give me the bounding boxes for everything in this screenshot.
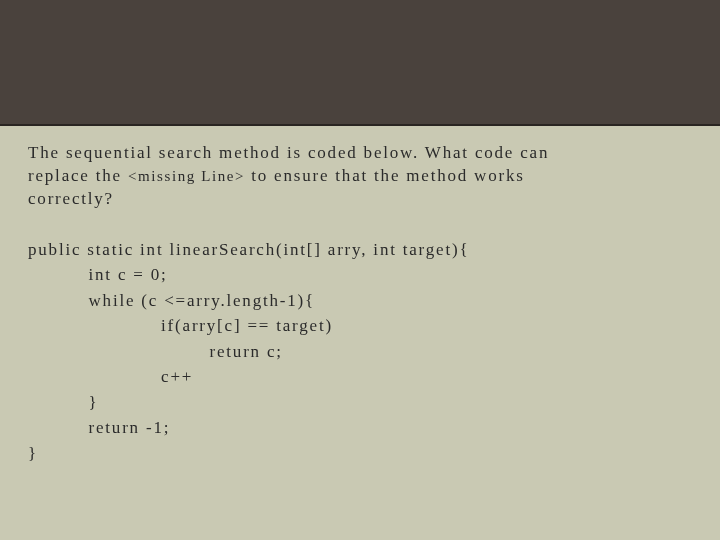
code-block: public static int linearSearch(int[] arr… [28,237,692,467]
code-line: } [28,393,98,412]
question-line1: The sequential search method is coded be… [28,143,549,162]
missing-line-placeholder: <missing Line> [128,168,245,184]
code-line: c++ [28,367,193,386]
code-line: int c = 0; [28,265,168,284]
question-line2-pre: replace the [28,166,128,185]
code-line: if(arry[c] == target) [28,316,333,335]
question-line2-post: to ensure that the method works [245,166,525,185]
code-line: return c; [28,342,283,361]
code-line: } [28,444,38,463]
question-line3: correctly? [28,189,114,208]
slide-content: The sequential search method is coded be… [0,126,720,466]
question-block: The sequential search method is coded be… [28,142,692,211]
slide-header-bar [0,0,720,126]
code-line: while (c <=arry.length-1){ [28,291,315,310]
code-line: return -1; [28,418,170,437]
code-line: public static int linearSearch(int[] arr… [28,240,469,259]
